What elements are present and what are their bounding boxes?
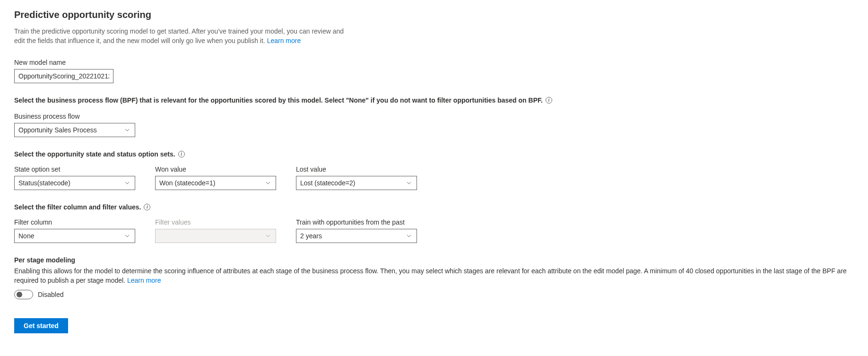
- chevron-down-icon: [406, 233, 412, 239]
- bpf-label: Business process flow: [14, 113, 854, 120]
- chevron-down-icon: [124, 127, 130, 133]
- model-name-input[interactable]: [14, 69, 113, 83]
- filter-values-label: Filter values: [155, 218, 276, 226]
- toggle-state-label: Disabled: [38, 291, 63, 298]
- bpf-value: Opportunity Sales Process: [18, 126, 97, 134]
- state-instruction-text: Select the opportunity state and status …: [14, 150, 175, 158]
- chevron-down-icon: [124, 180, 130, 186]
- chevron-down-icon: [124, 233, 130, 239]
- per-stage-description: Enabling this allows for the model to de…: [14, 267, 854, 285]
- filter-column-value: None: [18, 232, 34, 240]
- state-option-value: Status(statecode): [18, 179, 70, 187]
- get-started-button[interactable]: Get started: [14, 318, 68, 333]
- bpf-dropdown[interactable]: Opportunity Sales Process: [14, 123, 135, 137]
- info-icon[interactable]: i: [546, 97, 552, 104]
- toggle-knob: [17, 292, 22, 297]
- bpf-instruction: Select the business process flow (BPF) t…: [14, 96, 854, 104]
- filter-values-dropdown: [155, 229, 276, 243]
- per-stage-learn-more-link[interactable]: Learn more: [127, 277, 161, 284]
- train-past-dropdown[interactable]: 2 years: [296, 229, 417, 243]
- chevron-down-icon: [265, 180, 271, 186]
- state-option-dropdown[interactable]: Status(statecode): [14, 176, 135, 190]
- filter-column-label: Filter column: [14, 218, 135, 226]
- lost-value-dropdown[interactable]: Lost (statecode=2): [296, 176, 417, 190]
- per-stage-title: Per stage modeling: [14, 256, 854, 264]
- won-value-text: Won (statecode=1): [159, 179, 215, 187]
- bpf-instruction-text: Select the business process flow (BPF) t…: [14, 96, 543, 104]
- chevron-down-icon: [265, 233, 271, 239]
- info-icon[interactable]: i: [178, 151, 185, 157]
- per-stage-toggle[interactable]: [14, 290, 33, 299]
- model-name-label: New model name: [14, 59, 854, 66]
- filter-instruction-text: Select the filter column and filter valu…: [14, 203, 141, 211]
- won-value-dropdown[interactable]: Won (statecode=1): [155, 176, 276, 190]
- state-instruction: Select the opportunity state and status …: [14, 150, 854, 158]
- lost-value-text: Lost (statecode=2): [300, 179, 355, 187]
- learn-more-link[interactable]: Learn more: [267, 37, 301, 44]
- state-option-label: State option set: [14, 165, 135, 173]
- page-title: Predictive opportunity scoring: [14, 9, 854, 20]
- page-description: Train the predictive opportunity scoring…: [14, 27, 355, 45]
- filter-column-dropdown[interactable]: None: [14, 229, 135, 243]
- train-past-label: Train with opportunities from the past: [296, 218, 417, 226]
- won-value-label: Won value: [155, 165, 276, 173]
- chevron-down-icon: [406, 180, 412, 186]
- train-past-value: 2 years: [300, 232, 322, 240]
- filter-instruction: Select the filter column and filter valu…: [14, 203, 854, 211]
- lost-value-label: Lost value: [296, 165, 417, 173]
- info-icon[interactable]: i: [144, 204, 150, 210]
